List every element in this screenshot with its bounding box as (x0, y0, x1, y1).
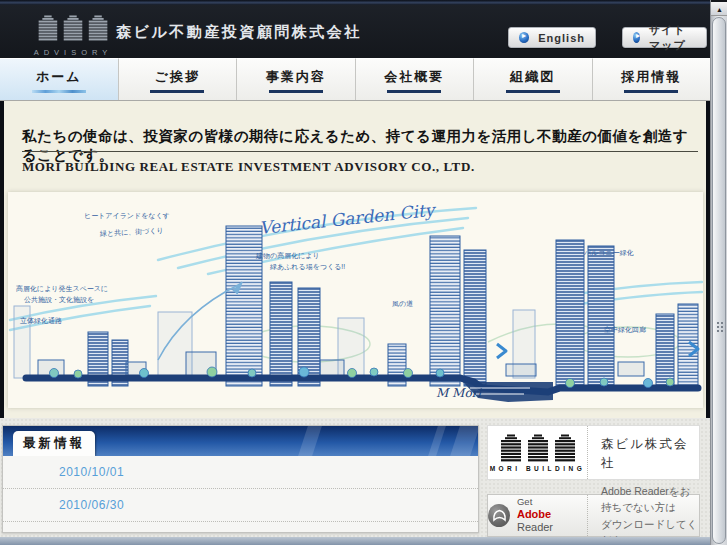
vertical-scrollbar[interactable]: ▲ (710, 0, 727, 545)
mori-m-logo-icon (36, 15, 110, 41)
scroll-up-button[interactable]: ▲ (711, 0, 727, 16)
sketch-annotation: 緑と共に、街づくり (99, 227, 164, 238)
tab-underline (624, 90, 678, 93)
tab-business[interactable]: 事業内容 (237, 58, 356, 100)
news-title: 最新情報 (23, 435, 85, 452)
banner-decor (298, 426, 322, 456)
advisory-logo-caption: ADVISORY (30, 48, 116, 57)
adobe-reader-icon (488, 504, 510, 527)
tab-greeting[interactable]: ご挨拶 (119, 58, 238, 100)
tab-underline (150, 90, 204, 93)
footer-band (0, 537, 710, 545)
news-date-link[interactable]: 2010/10/01 (59, 465, 124, 479)
sketch-annotation: 建物の高層化により (255, 252, 320, 260)
sketch-annotation: 風の道 (392, 300, 413, 307)
advisory-logo[interactable]: ADVISORY (30, 15, 116, 57)
site-title: 森ビル不動産投資顧問株式会社 (116, 23, 362, 42)
tab-organization[interactable]: 組織図 (474, 58, 593, 100)
page: ADVISORY 森ビル不動産投資顧問株式会社 English サイトマップ ホ… (0, 0, 727, 545)
news-list: 2010/10/01 2010/06/30 (3, 456, 478, 534)
banner-decor (428, 426, 446, 456)
sketch-annotation: 緑あふれる場をつくる!! (269, 263, 345, 271)
news-item[interactable]: 2010/06/30 (3, 489, 478, 522)
news-panel: 最新情報 2010/10/01 2010/06/30 (2, 425, 479, 533)
mori-building-logo: MORI BUILDING (488, 426, 588, 479)
city-sketch: Vertical Garden City ヒートアイランドをなくす 緑と共に、街… (8, 192, 703, 408)
mori-building-card[interactable]: MORI BUILDING 森ビル株式会社 (487, 425, 700, 480)
site-header: ADVISORY 森ビル不動産投資顧問株式会社 English サイトマップ (0, 5, 710, 58)
tab-company-profile[interactable]: 会社概要 (356, 58, 475, 100)
tab-underline (32, 90, 86, 93)
arrow-sphere-icon (633, 32, 640, 43)
sketch-annotation: ヒートアイランドをなくす (84, 212, 170, 220)
sitemap-button[interactable]: サイトマップ (622, 27, 707, 48)
adobe-brand: Adobe (517, 508, 551, 520)
sketch-annotation: 立体緑化通路 (20, 316, 62, 325)
get-adobe-reader-badge[interactable]: Get Adobe Reader (488, 495, 588, 536)
tab-underline (387, 90, 441, 93)
adobe-product: Reader (517, 521, 553, 533)
mori-building-caption: MORI BUILDING (490, 465, 586, 472)
content-frame: 私たちの使命は、投資家の皆様の期待に応えるため、持てる運用力を活用し不動産の価値… (0, 101, 710, 418)
sketch-signature: M Mori (436, 386, 482, 400)
news-banner: 最新情報 (3, 426, 478, 456)
mori-m-logo-icon (497, 434, 579, 462)
scrollbar-grip-dots (716, 321, 724, 333)
tab-underline (269, 90, 323, 93)
adobe-reader-card: Get Adobe Reader Adobe Readerをお持ちでない方は ダ… (487, 494, 700, 537)
scrollbar-thumb[interactable] (712, 17, 726, 544)
banner-decor (450, 426, 478, 456)
sketch-annotation: 公共施設・文化施設を (24, 295, 94, 304)
city-sketch-svg: Vertical Garden City ヒートアイランドをなくす 緑と共に、街… (8, 192, 703, 408)
lower-section: 最新情報 2010/10/01 2010/06/30 (0, 418, 710, 545)
news-date-link[interactable]: 2010/06/30 (59, 498, 124, 512)
sketch-annotation: 空中緑化回廊 (604, 326, 646, 334)
mori-building-link[interactable]: 森ビル株式会社 (601, 437, 689, 470)
sketch-annotation: バルコニー緑化 (583, 249, 634, 257)
main-nav: ホーム ご挨拶 事業内容 会社概要 組織図 採用情報 (0, 58, 710, 101)
content-area: 私たちの使命は、投資家の皆様の期待に応えるため、持てる運用力を活用し不動産の価値… (4, 101, 706, 418)
arrow-sphere-icon (519, 32, 529, 43)
adobe-note-line1: Adobe Readerをお持ちでない方は (601, 483, 699, 516)
tab-underline (506, 90, 560, 93)
sketch-annotation: 高層化により発生スペースに (16, 285, 108, 293)
news-item[interactable]: 2010/10/01 (3, 456, 478, 489)
adobe-get-label: Get (517, 497, 587, 508)
english-button[interactable]: English (508, 27, 596, 48)
tab-recruit[interactable]: 採用情報 (593, 58, 711, 100)
company-name-en: MORI BUILDING REAL ESTATE INVESTMENT ADV… (22, 159, 475, 175)
tab-home[interactable]: ホーム (0, 58, 119, 100)
news-title-tab: 最新情報 (13, 431, 95, 456)
mission-divider (22, 151, 698, 152)
